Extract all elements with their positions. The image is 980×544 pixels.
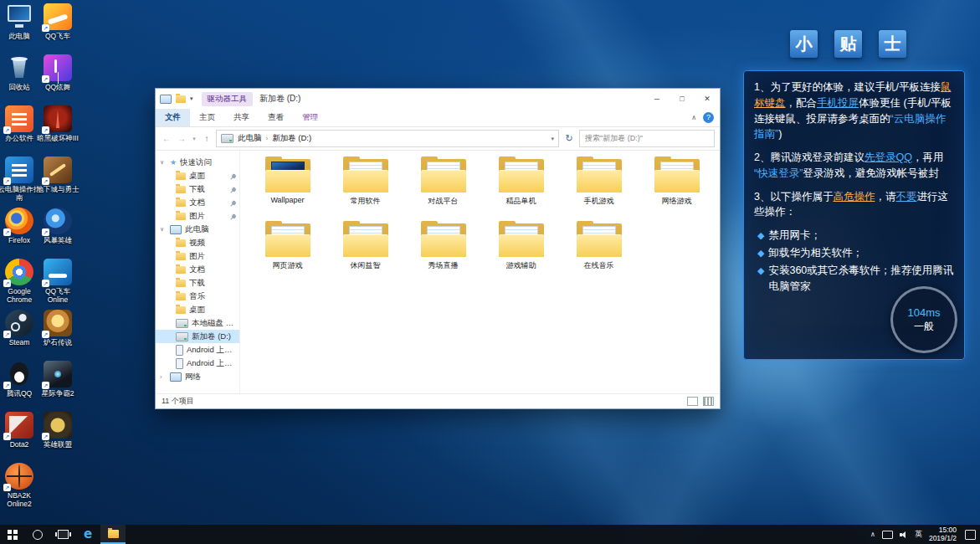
shortcut-arrow-icon	[42, 75, 49, 83]
search-input[interactable]: 搜索"新加卷 (D:)"	[579, 130, 715, 147]
nav-item-android-internal[interactable]: Android 上的内部...	[156, 357, 239, 370]
shortcut-arrow-icon	[3, 433, 11, 440]
chevron-right-icon[interactable]: ›	[160, 374, 167, 380]
folder-item[interactable]: 网页游戏	[250, 223, 326, 271]
clock[interactable]: 15:00 2019/1/2	[929, 526, 957, 542]
nav-item-videos[interactable]: 视频	[156, 236, 239, 249]
breadcrumb-current[interactable]: 新加卷 (D:)	[272, 133, 311, 144]
chevron-down-icon[interactable]: ∨	[160, 159, 167, 166]
back-icon[interactable]: ←	[161, 134, 172, 143]
nav-item-network[interactable]: ›网络	[156, 370, 239, 383]
desktop-icon-diablo3[interactable]: 暗黑破坏神III	[38, 105, 77, 157]
tab-file[interactable]: 文件	[156, 109, 190, 126]
desktop-icon-league-of-legends[interactable]: 英雄联盟	[38, 412, 77, 463]
nav-item-desktop-pc[interactable]: 桌面	[156, 303, 239, 316]
refresh-icon[interactable]: ↻	[562, 133, 576, 144]
nav-item-downloads-pc[interactable]: 下载	[156, 276, 239, 290]
start-button[interactable]	[0, 525, 25, 544]
pin-icon	[231, 172, 237, 178]
tab-share[interactable]: 共享	[224, 109, 259, 126]
desktop-icon-chrome[interactable]: Google Chrome	[0, 259, 38, 310]
folder-item-wallpaper[interactable]: Wallpaper	[250, 159, 326, 207]
nav-item-pictures[interactable]: 图片	[156, 209, 239, 223]
desktop-icon-office[interactable]: 办公软件	[0, 105, 38, 157]
latency-badge[interactable]: 104ms 一般	[890, 286, 957, 353]
folder-icon	[176, 199, 186, 207]
desktop-icon-steam[interactable]: Steam	[0, 310, 38, 361]
display-icon[interactable]	[882, 531, 893, 539]
latency-grade: 一般	[914, 320, 934, 334]
action-center-icon[interactable]	[965, 530, 976, 540]
nav-item-music[interactable]: 音乐	[156, 290, 239, 303]
forward-icon[interactable]: →	[176, 134, 187, 143]
hidden-icons-chevron-icon[interactable]: ∧	[870, 531, 875, 538]
recycle-bin-icon	[5, 54, 33, 81]
nav-item-desktop[interactable]: 桌面	[156, 169, 239, 182]
quick-access-toolbar[interactable]: ▾	[160, 95, 193, 104]
desktop-icon-firefox[interactable]: Firefox	[0, 208, 38, 259]
desktop-icon-cloud-pc-guide[interactable]: 云电脑操作指南	[0, 157, 38, 208]
nav-item-new-volume-d[interactable]: 新加卷 (D:)	[156, 330, 239, 343]
chevron-down-icon[interactable]: ▾	[190, 95, 193, 102]
desktop-icon-qq-speed[interactable]: QQ飞车	[38, 3, 77, 54]
chevron-down-icon[interactable]: ∨	[160, 226, 167, 233]
nav-item-local-disk-c[interactable]: 本地磁盘 (C:)	[156, 316, 239, 330]
folder-icon	[176, 95, 186, 103]
maximize-button[interactable]: □	[670, 89, 695, 109]
tab-manage[interactable]: 管理	[293, 109, 327, 126]
desktop-icon-tencent-qq[interactable]: 腾讯QQ	[0, 361, 38, 412]
desktop-icon-dnf[interactable]: 地下城与勇士	[38, 157, 77, 208]
details-view-icon[interactable]	[687, 397, 698, 406]
minimize-button[interactable]: ─	[644, 89, 670, 109]
volume-icon[interactable]	[900, 531, 908, 539]
input-language-indicator[interactable]: 英	[915, 529, 922, 540]
history-dropdown-icon[interactable]: ▾	[191, 136, 198, 142]
desktop-icon-this-pc[interactable]: 此电脑	[0, 3, 38, 54]
breadcrumb-root[interactable]: 此电脑	[238, 133, 262, 144]
folder-item[interactable]: 对战平台	[406, 159, 481, 207]
folder-item[interactable]: 常用软件	[328, 159, 403, 207]
nav-item-documents[interactable]: 文档	[156, 196, 239, 209]
folder-item[interactable]: 在线音乐	[562, 223, 637, 271]
title-bar[interactable]: ▾ 驱动器工具 新加卷 (D:) ─ □ ✕	[156, 89, 720, 109]
nav-item-pictures-pc[interactable]: 图片	[156, 249, 239, 263]
folder-item[interactable]: 休闲益智	[328, 223, 403, 271]
folder-item[interactable]: 网络游戏	[639, 159, 715, 207]
desktop-icon-heroes-of-storm[interactable]: 风暴英雄	[38, 208, 77, 259]
address-dropdown-icon[interactable]: ▾	[551, 136, 554, 142]
nav-item-this-pc[interactable]: ∨此电脑	[156, 223, 239, 236]
desktop-icon-dota2[interactable]: Dota2	[0, 412, 38, 463]
tab-view[interactable]: 查看	[259, 109, 293, 126]
address-bar[interactable]: 此电脑 › 新加卷 (D:) ▾	[216, 130, 559, 147]
thumbnails-view-icon[interactable]	[703, 397, 714, 406]
folder-icon	[343, 159, 388, 192]
desktop-icon-hearthstone[interactable]: 炉石传说	[38, 310, 77, 361]
edge-button[interactable]	[75, 525, 100, 544]
desktop-icon-qq-dance[interactable]: QQ炫舞	[38, 54, 77, 105]
tab-home[interactable]: 主页	[190, 109, 224, 126]
search-button[interactable]	[25, 525, 50, 544]
folder-item[interactable]: 精品单机	[484, 159, 559, 207]
nav-item-quick-access[interactable]: ∨★快速访问	[156, 156, 239, 169]
qq-icon	[5, 361, 33, 387]
desktop-icon-starcraft2[interactable]: 星际争霸2	[38, 361, 77, 412]
up-icon[interactable]: ↑	[201, 134, 213, 143]
nav-item-android-files[interactable]: Android 上的 文件	[156, 343, 239, 357]
shortcut-arrow-icon	[42, 177, 49, 185]
shortcut-arrow-icon	[3, 228, 11, 236]
folder-item[interactable]: 秀场直播	[406, 223, 481, 271]
file-explorer-button[interactable]	[100, 525, 126, 544]
desktop-icon-recycle-bin[interactable]: 回收站	[0, 54, 38, 105]
close-button[interactable]: ✕	[695, 89, 720, 109]
folder-item[interactable]: 手机游戏	[562, 159, 637, 207]
desktop-icon-nba2k[interactable]: NBA2K Online2	[0, 463, 38, 514]
desktop-icon-qq-speed-online[interactable]: QQ飞车 Online	[38, 259, 77, 310]
nav-item-downloads[interactable]: 下载	[156, 182, 239, 196]
collapse-ribbon-icon[interactable]: ∧	[691, 114, 696, 121]
help-icon[interactable]: ?	[703, 112, 714, 123]
shortcut-arrow-icon	[3, 382, 11, 389]
search-icon	[33, 530, 43, 540]
folder-item[interactable]: 游戏辅助	[484, 223, 559, 271]
nav-item-documents-pc[interactable]: 文档	[156, 263, 239, 276]
task-view-button[interactable]	[50, 525, 75, 544]
